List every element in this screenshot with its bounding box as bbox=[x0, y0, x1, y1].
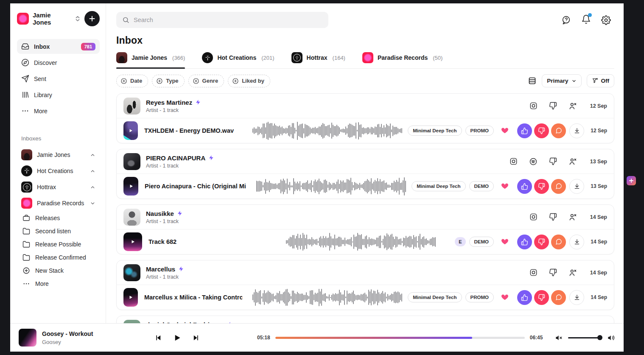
like-button[interactable] bbox=[517, 235, 532, 249]
dislike-button[interactable] bbox=[534, 290, 549, 305]
tab-count: (201) bbox=[261, 55, 274, 61]
sidebar-inbox-paradise-records[interactable]: Paradise Records bbox=[17, 195, 100, 211]
tab-hottrax[interactable]: Hottrax (164) bbox=[291, 52, 345, 68]
filter-chip-date[interactable]: Date bbox=[116, 75, 148, 87]
filter-chip-type[interactable]: Type bbox=[152, 75, 184, 87]
instagram-icon[interactable] bbox=[529, 268, 538, 277]
like-button[interactable] bbox=[517, 179, 532, 194]
sidebar-item-discover[interactable]: Discover bbox=[17, 55, 100, 70]
remove-person-icon[interactable] bbox=[568, 213, 577, 221]
artist-row[interactable]: Nausikke Artist - 1 track 14 Sep bbox=[117, 205, 614, 229]
heart-icon[interactable] bbox=[501, 182, 509, 190]
search-bar[interactable] bbox=[116, 12, 328, 28]
play-track-button[interactable] bbox=[123, 121, 138, 140]
help-icon[interactable] bbox=[561, 15, 571, 25]
sidebar-item-sent[interactable]: Sent bbox=[17, 71, 100, 86]
chevron-up-icon[interactable] bbox=[90, 168, 95, 174]
sidebar-folder-second-listen[interactable]: Second listen bbox=[17, 224, 100, 238]
folder-label: Releases bbox=[35, 215, 60, 221]
heart-icon[interactable] bbox=[501, 238, 509, 246]
filter-chip-liked-by[interactable]: Liked by bbox=[228, 75, 270, 87]
track-row[interactable]: Track 682 E DEMO 14 Sep bbox=[117, 229, 614, 254]
play-track-button[interactable] bbox=[123, 232, 142, 251]
chevron-up-icon[interactable] bbox=[90, 152, 95, 158]
settings-gear-icon[interactable] bbox=[601, 15, 611, 25]
artist-row[interactable]: Reyes Martinez Artist - 1 track 12 Sep bbox=[117, 94, 614, 118]
dislike-button[interactable] bbox=[534, 123, 549, 138]
sidebar-inbox-hottrax[interactable]: Hottrax bbox=[17, 179, 100, 195]
dislike-button[interactable] bbox=[534, 179, 549, 194]
list-view-icon[interactable] bbox=[528, 76, 537, 85]
play-track-button[interactable] bbox=[123, 177, 138, 196]
artist-row[interactable]: Marcellus Artist - 1 track 14 Sep bbox=[117, 260, 614, 285]
spotify-icon[interactable] bbox=[529, 157, 538, 166]
sidebar-inbox-jamie-jones[interactable]: Jamie Jones bbox=[17, 147, 100, 163]
comment-button[interactable] bbox=[551, 290, 566, 305]
artist-row[interactable]: PIERO ACINAPURA Artist - 1 track 13 Sep bbox=[117, 149, 614, 173]
thumbs-down-icon[interactable] bbox=[549, 102, 557, 110]
waveform[interactable] bbox=[256, 176, 408, 196]
instagram-icon[interactable] bbox=[510, 157, 518, 165]
artist-row[interactable]: daniel Carbajal Rodriguez Artist - 1 tra… bbox=[117, 316, 614, 323]
comment-button[interactable] bbox=[551, 123, 566, 138]
volume-slider[interactable] bbox=[568, 337, 602, 338]
sidebar-folder-release-possible[interactable]: Release Possible bbox=[17, 238, 100, 251]
tab-jamie-jones[interactable]: Jamie Jones (366) bbox=[116, 52, 185, 68]
floating-add-button[interactable] bbox=[627, 176, 636, 185]
thumbs-down-icon[interactable] bbox=[549, 157, 557, 165]
instagram-icon[interactable] bbox=[529, 102, 538, 110]
heart-icon[interactable] bbox=[501, 293, 509, 302]
remove-person-icon[interactable] bbox=[568, 268, 577, 277]
download-button[interactable] bbox=[569, 235, 584, 249]
previous-track-button[interactable] bbox=[154, 334, 162, 341]
filter-toggle-button[interactable]: Off bbox=[587, 74, 615, 87]
track-row[interactable]: Marcellus x Milica - Taking Control (Gro… bbox=[117, 285, 614, 310]
volume-icon[interactable] bbox=[607, 334, 615, 342]
waveform[interactable] bbox=[252, 121, 404, 140]
mute-icon[interactable] bbox=[555, 334, 563, 342]
tab-paradise-records[interactable]: Paradise Records (50) bbox=[362, 52, 442, 68]
sidebar-folder-releases[interactable]: Releases bbox=[17, 211, 100, 224]
download-button[interactable] bbox=[569, 179, 584, 194]
chevron-up-icon[interactable] bbox=[90, 184, 95, 190]
view-dropdown[interactable]: Primary bbox=[542, 74, 581, 87]
sidebar-item-more[interactable]: More bbox=[17, 103, 100, 118]
sidebar-folder-release-confirmed[interactable]: Release Confirmed bbox=[17, 251, 100, 264]
comment-button[interactable] bbox=[551, 235, 566, 249]
play-track-button[interactable] bbox=[123, 288, 138, 307]
heart-icon[interactable] bbox=[501, 126, 509, 135]
add-button[interactable] bbox=[84, 11, 100, 26]
remove-person-icon[interactable] bbox=[568, 157, 577, 166]
thumbs-down-icon[interactable] bbox=[549, 213, 557, 221]
instagram-icon[interactable] bbox=[529, 213, 538, 221]
like-button[interactable] bbox=[517, 123, 532, 138]
track-row[interactable]: TXHLDEM - Energy DEMO.wav Minimal Deep T… bbox=[117, 118, 614, 143]
comment-button[interactable] bbox=[551, 179, 566, 194]
sidebar-folder-more[interactable]: More bbox=[17, 277, 100, 290]
remove-person-icon[interactable] bbox=[568, 102, 577, 110]
next-track-button[interactable] bbox=[193, 334, 200, 341]
track-row[interactable]: Piero Acinapura - Chic (Original Mix) Mi… bbox=[117, 173, 614, 198]
waveform[interactable] bbox=[252, 288, 404, 307]
waveform[interactable] bbox=[286, 232, 438, 252]
thumbs-down-icon[interactable] bbox=[549, 268, 557, 277]
sidebar-item-inbox[interactable]: Inbox 781 bbox=[17, 39, 100, 54]
like-button[interactable] bbox=[517, 290, 532, 305]
seek-bar[interactable] bbox=[275, 337, 525, 339]
workspace-switcher[interactable]: Jamie Jones bbox=[17, 11, 100, 26]
tab-hot-creations[interactable]: Hot Creations (201) bbox=[202, 52, 274, 68]
play-button[interactable] bbox=[173, 334, 181, 342]
chevron-down-icon[interactable] bbox=[90, 201, 95, 206]
search-input[interactable] bbox=[134, 17, 322, 23]
sidebar-item-library[interactable]: Library bbox=[17, 87, 100, 102]
dislike-button[interactable] bbox=[534, 235, 549, 249]
plus-circle-icon bbox=[193, 78, 199, 84]
download-button[interactable] bbox=[569, 123, 584, 138]
elapsed-time: 05:18 bbox=[257, 335, 270, 341]
track-date: 12 Sep bbox=[587, 128, 607, 134]
volume-knob[interactable] bbox=[597, 335, 602, 340]
download-button[interactable] bbox=[569, 290, 584, 305]
filter-chip-genre[interactable]: Genre bbox=[188, 75, 224, 87]
sidebar-inbox-hot-creations[interactable]: Hot Creations bbox=[17, 163, 100, 179]
sidebar-new-stack[interactable]: New Stack bbox=[17, 264, 100, 277]
